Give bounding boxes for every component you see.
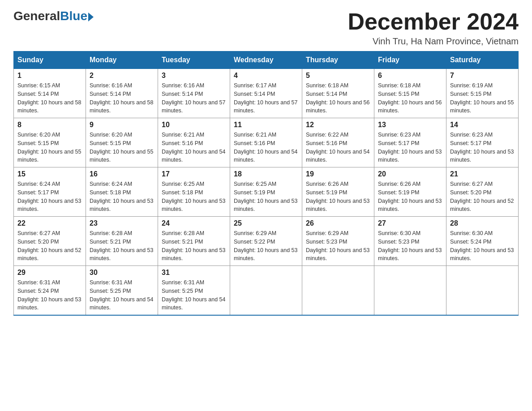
day-number: 21	[450, 170, 515, 178]
weekday-header-tuesday: Tuesday	[158, 51, 230, 69]
day-info: Sunrise: 6:31 AMSunset: 5:25 PMDaylight:…	[90, 278, 154, 312]
day-number: 26	[306, 219, 370, 227]
calendar-cell: 27Sunrise: 6:30 AMSunset: 5:23 PMDayligh…	[374, 217, 446, 266]
logo-blue-text: Blue	[60, 9, 87, 23]
logo-general-text: General	[13, 9, 60, 23]
day-info: Sunrise: 6:16 AMSunset: 5:14 PMDaylight:…	[90, 81, 154, 115]
day-number: 10	[162, 121, 226, 129]
day-number: 1	[17, 72, 82, 80]
day-info: Sunrise: 6:24 AMSunset: 5:17 PMDaylight:…	[17, 180, 82, 214]
day-info: Sunrise: 6:17 AMSunset: 5:14 PMDaylight:…	[234, 81, 298, 115]
logo-blue-part: Blue	[60, 9, 94, 23]
day-info: Sunrise: 6:31 AMSunset: 5:25 PMDaylight:…	[162, 278, 226, 312]
location-text: Vinh Tru, Ha Nam Province, Vietnam	[348, 36, 519, 47]
day-number: 3	[162, 72, 226, 80]
calendar-week-row: 29Sunrise: 6:31 AMSunset: 5:24 PMDayligh…	[14, 266, 519, 316]
calendar-cell: 12Sunrise: 6:22 AMSunset: 5:16 PMDayligh…	[302, 118, 374, 167]
calendar-cell	[374, 266, 446, 316]
calendar-cell: 13Sunrise: 6:23 AMSunset: 5:17 PMDayligh…	[374, 118, 446, 167]
weekday-header-sunday: Sunday	[14, 51, 86, 69]
day-number: 4	[234, 72, 298, 80]
calendar-cell: 26Sunrise: 6:29 AMSunset: 5:23 PMDayligh…	[302, 217, 374, 266]
day-info: Sunrise: 6:24 AMSunset: 5:18 PMDaylight:…	[90, 180, 154, 214]
calendar-cell: 31Sunrise: 6:31 AMSunset: 5:25 PMDayligh…	[158, 266, 230, 316]
weekday-header-friday: Friday	[374, 51, 446, 69]
weekday-header-wednesday: Wednesday	[230, 51, 302, 69]
calendar-cell: 8Sunrise: 6:20 AMSunset: 5:15 PMDaylight…	[14, 118, 86, 167]
calendar-cell: 19Sunrise: 6:26 AMSunset: 5:19 PMDayligh…	[302, 167, 374, 217]
calendar-cell: 29Sunrise: 6:31 AMSunset: 5:24 PMDayligh…	[14, 266, 86, 316]
day-number: 15	[17, 170, 82, 178]
day-info: Sunrise: 6:26 AMSunset: 5:19 PMDaylight:…	[306, 180, 370, 214]
day-info: Sunrise: 6:28 AMSunset: 5:21 PMDaylight:…	[90, 229, 154, 263]
calendar-cell: 24Sunrise: 6:28 AMSunset: 5:21 PMDayligh…	[158, 217, 230, 266]
calendar-week-row: 22Sunrise: 6:27 AMSunset: 5:20 PMDayligh…	[14, 217, 519, 266]
day-info: Sunrise: 6:18 AMSunset: 5:15 PMDaylight:…	[378, 81, 442, 115]
day-number: 14	[450, 121, 515, 129]
calendar-cell: 5Sunrise: 6:18 AMSunset: 5:14 PMDaylight…	[302, 69, 374, 118]
day-info: Sunrise: 6:21 AMSunset: 5:16 PMDaylight:…	[234, 131, 298, 164]
day-number: 29	[17, 269, 82, 277]
calendar-cell: 7Sunrise: 6:19 AMSunset: 5:15 PMDaylight…	[446, 69, 519, 118]
weekday-header-monday: Monday	[86, 51, 158, 69]
day-number: 18	[234, 170, 298, 178]
calendar-cell: 25Sunrise: 6:29 AMSunset: 5:22 PMDayligh…	[230, 217, 302, 266]
calendar-cell: 11Sunrise: 6:21 AMSunset: 5:16 PMDayligh…	[230, 118, 302, 167]
day-number: 20	[378, 170, 442, 178]
day-number: 12	[306, 121, 370, 129]
calendar-cell: 4Sunrise: 6:17 AMSunset: 5:14 PMDaylight…	[230, 69, 302, 118]
day-info: Sunrise: 6:30 AMSunset: 5:23 PMDaylight:…	[378, 229, 442, 263]
calendar-cell: 22Sunrise: 6:27 AMSunset: 5:20 PMDayligh…	[14, 217, 86, 266]
calendar-cell: 16Sunrise: 6:24 AMSunset: 5:18 PMDayligh…	[86, 167, 158, 217]
day-number: 5	[306, 72, 370, 80]
title-block: December 2024 Vinh Tru, Ha Nam Province,…	[348, 9, 519, 47]
calendar-cell: 2Sunrise: 6:16 AMSunset: 5:14 PMDaylight…	[86, 69, 158, 118]
page-header: General Blue December 2024 Vinh Tru, Ha …	[13, 9, 519, 47]
day-info: Sunrise: 6:20 AMSunset: 5:15 PMDaylight:…	[17, 131, 82, 164]
day-number: 17	[162, 170, 226, 178]
calendar-cell: 21Sunrise: 6:27 AMSunset: 5:20 PMDayligh…	[446, 167, 519, 217]
day-number: 9	[90, 121, 154, 129]
day-number: 25	[234, 219, 298, 227]
day-number: 2	[90, 72, 154, 80]
day-number: 8	[17, 121, 82, 129]
calendar-cell: 17Sunrise: 6:25 AMSunset: 5:18 PMDayligh…	[158, 167, 230, 217]
day-info: Sunrise: 6:27 AMSunset: 5:20 PMDaylight:…	[17, 229, 82, 263]
calendar-cell: 6Sunrise: 6:18 AMSunset: 5:15 PMDaylight…	[374, 69, 446, 118]
day-info: Sunrise: 6:25 AMSunset: 5:18 PMDaylight:…	[162, 180, 226, 214]
day-number: 19	[306, 170, 370, 178]
calendar-week-row: 15Sunrise: 6:24 AMSunset: 5:17 PMDayligh…	[14, 167, 519, 217]
calendar-cell: 30Sunrise: 6:31 AMSunset: 5:25 PMDayligh…	[86, 266, 158, 316]
day-info: Sunrise: 6:28 AMSunset: 5:21 PMDaylight:…	[162, 229, 226, 263]
weekday-header-saturday: Saturday	[446, 51, 519, 69]
day-info: Sunrise: 6:29 AMSunset: 5:22 PMDaylight:…	[234, 229, 298, 263]
calendar-cell: 9Sunrise: 6:20 AMSunset: 5:15 PMDaylight…	[86, 118, 158, 167]
day-number: 6	[378, 72, 442, 80]
calendar-header-row: SundayMondayTuesdayWednesdayThursdayFrid…	[14, 51, 519, 69]
day-info: Sunrise: 6:20 AMSunset: 5:15 PMDaylight:…	[90, 131, 154, 164]
calendar-cell: 23Sunrise: 6:28 AMSunset: 5:21 PMDayligh…	[86, 217, 158, 266]
day-info: Sunrise: 6:26 AMSunset: 5:19 PMDaylight:…	[378, 180, 442, 214]
day-number: 31	[162, 269, 226, 277]
day-number: 16	[90, 170, 154, 178]
calendar-cell: 28Sunrise: 6:30 AMSunset: 5:24 PMDayligh…	[446, 217, 519, 266]
logo-arrow-icon	[88, 13, 94, 21]
day-info: Sunrise: 6:27 AMSunset: 5:20 PMDaylight:…	[450, 180, 515, 214]
weekday-header-thursday: Thursday	[302, 51, 374, 69]
day-number: 23	[90, 219, 154, 227]
day-info: Sunrise: 6:23 AMSunset: 5:17 PMDaylight:…	[450, 131, 515, 164]
day-info: Sunrise: 6:29 AMSunset: 5:23 PMDaylight:…	[306, 229, 370, 263]
day-number: 11	[234, 121, 298, 129]
day-number: 13	[378, 121, 442, 129]
day-info: Sunrise: 6:15 AMSunset: 5:14 PMDaylight:…	[17, 81, 82, 115]
day-info: Sunrise: 6:16 AMSunset: 5:14 PMDaylight:…	[162, 81, 226, 115]
day-number: 7	[450, 72, 515, 80]
day-info: Sunrise: 6:19 AMSunset: 5:15 PMDaylight:…	[450, 81, 515, 115]
month-title: December 2024	[348, 9, 519, 34]
calendar-cell: 1Sunrise: 6:15 AMSunset: 5:14 PMDaylight…	[14, 69, 86, 118]
day-info: Sunrise: 6:18 AMSunset: 5:14 PMDaylight:…	[306, 81, 370, 115]
logo: General Blue	[13, 9, 94, 23]
calendar-cell: 3Sunrise: 6:16 AMSunset: 5:14 PMDaylight…	[158, 69, 230, 118]
day-number: 30	[90, 269, 154, 277]
calendar-cell: 10Sunrise: 6:21 AMSunset: 5:16 PMDayligh…	[158, 118, 230, 167]
